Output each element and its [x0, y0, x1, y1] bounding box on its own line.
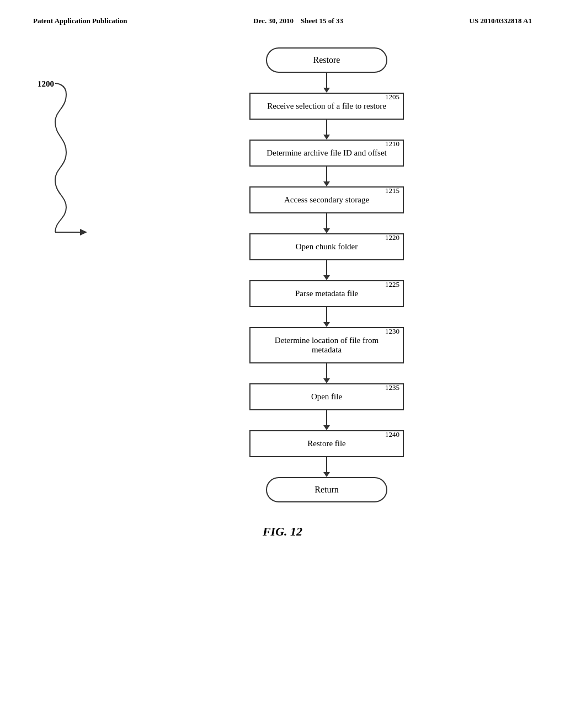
step-num-1240: 1240 [385, 430, 399, 439]
squiggle-svg [50, 78, 116, 254]
arrow-4 [323, 213, 330, 233]
arrow-3 [323, 167, 330, 186]
header-date: Dec. 30, 2010 [253, 17, 294, 25]
arrow-5 [323, 260, 330, 280]
process-1215: 1215 Access secondary storage [249, 186, 404, 213]
process-1210-label: Determine archive file ID and offset [266, 148, 387, 157]
header-center: Dec. 30, 2010 Sheet 15 of 33 [253, 17, 343, 25]
header-left: Patent Application Publication [33, 17, 127, 25]
header-sheet: Sheet 15 of 33 [301, 17, 343, 25]
process-1220-label: Open chunk folder [296, 242, 358, 251]
step-num-1230: 1230 [385, 327, 399, 336]
process-1220: 1220 Open chunk folder [249, 233, 404, 260]
step-num-1215: 1215 [385, 186, 399, 195]
arrow-6 [323, 307, 330, 327]
process-1205: 1205 Receive selection of a file to rest… [249, 93, 404, 120]
svg-marker-1 [80, 229, 87, 235]
arrow-9 [323, 457, 330, 477]
process-1215-label: Access secondary storage [284, 195, 369, 204]
figure-caption: FIG. 12 [33, 524, 532, 539]
step-num-1205: 1205 [385, 93, 399, 101]
process-1240-label: Restore file [307, 439, 346, 448]
restore-label: Restore [313, 55, 340, 65]
step-num-1225: 1225 [385, 280, 399, 289]
process-1230-label: Determine location of file from metadata [275, 336, 379, 354]
flowchart: Restore 1205 Receive selection of a file… [121, 47, 532, 502]
process-1205-label: Receive selection of a file to restore [267, 101, 386, 110]
process-1235-label: Open file [311, 392, 342, 401]
step-num-1235: 1235 [385, 383, 399, 392]
arrow-2 [323, 120, 330, 140]
process-1240: 1240 Restore file [249, 430, 404, 457]
arrow-8 [323, 410, 330, 430]
step-num-1210: 1210 [385, 140, 399, 148]
terminal-return: Return [266, 477, 387, 502]
process-1225-label: Parse metadata file [295, 289, 358, 298]
page: Patent Application Publication Dec. 30, … [0, 0, 565, 728]
header-right: US 2010/0332818 A1 [470, 17, 532, 25]
return-label: Return [315, 485, 339, 494]
header: Patent Application Publication Dec. 30, … [33, 17, 532, 25]
process-1235: 1235 Open file [249, 383, 404, 410]
arrow-7 [323, 363, 330, 383]
step-num-1220: 1220 [385, 233, 399, 242]
process-1230: 1230 Determine location of file from met… [249, 327, 404, 363]
terminal-restore: Restore [266, 47, 387, 73]
diagram-area: 1200 Restore 120 [33, 47, 532, 502]
process-1210: 1210 Determine archive file ID and offse… [249, 140, 404, 167]
process-1225: 1225 Parse metadata file [249, 280, 404, 307]
left-annotation: 1200 [33, 47, 110, 81]
arrow-1 [323, 73, 330, 93]
